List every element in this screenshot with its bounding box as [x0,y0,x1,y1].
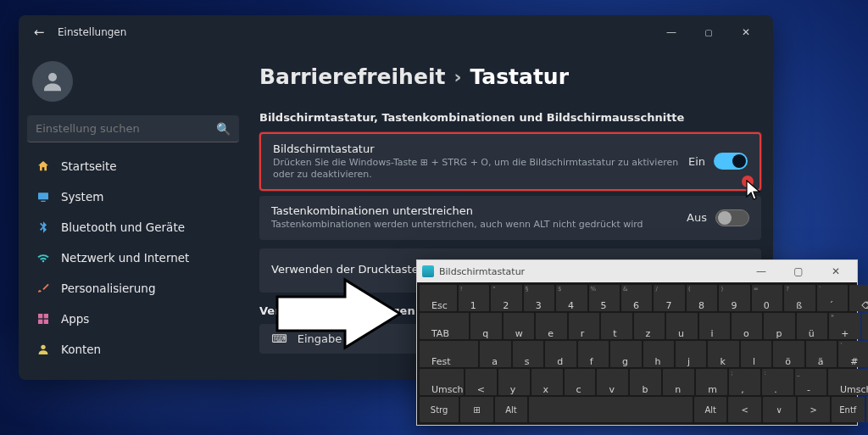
osk-key[interactable]: s [513,341,543,367]
search-input[interactable] [36,122,216,135]
setting-underline-shortcuts[interactable]: Tastenkombinationen unterstreichen Taste… [259,196,761,240]
osk-key[interactable]: k [708,341,738,367]
svg-point-7 [41,345,45,349]
sidebar-item-startseite[interactable]: Startseite [27,151,239,181]
osk-key[interactable]: ?ß [784,285,815,311]
osk-key[interactable]: ⊞ [460,397,493,422]
osk-key[interactable]: Alt [694,397,727,422]
osk-minimize-button[interactable]: — [745,260,777,282]
osk-key[interactable]: TAB [420,313,469,339]
sidebar-item-netzwerk-und-internet[interactable]: Netzwerk und Internet [27,243,239,273]
setting-onscreen-keyboard[interactable]: Bildschirmtastatur Drücken Sie die Windo… [259,132,761,191]
osk-key[interactable]: ö [773,341,804,367]
osk-key[interactable]: ;, [729,369,760,395]
osk-key[interactable]: a [480,341,510,367]
svg-rect-6 [44,320,48,324]
osk-key[interactable]: "2 [491,285,521,311]
osk-key[interactable]: o [732,313,762,339]
osk-key[interactable]: w [504,313,534,339]
osk-key[interactable]: *+ [829,313,860,339]
osk-key[interactable]: Esc [420,285,457,311]
search-box[interactable]: 🔍 [27,115,239,142]
osk-key[interactable]: m [696,369,727,395]
osk-key[interactable]: Umsch [828,369,868,395]
window-controls: — ▢ ✕ [653,15,765,49]
osk-key[interactable]: ∨ [763,397,796,422]
osk-key[interactable]: =0 [752,285,782,311]
osk-key[interactable]: x [531,369,563,395]
osk-key[interactable]: h [643,341,674,367]
osk-close-button[interactable]: ✕ [820,260,852,282]
osk-key[interactable]: (8 [687,285,717,311]
sidebar-item-label: Apps [61,312,89,326]
osk-key[interactable]: _- [795,369,826,395]
osk-key[interactable]: )9 [719,285,749,311]
osk-key[interactable]: g [610,341,641,367]
osk-key[interactable]: Eingabe [862,313,868,339]
osk-key[interactable]: :. [762,369,793,395]
sidebar-item-konten[interactable]: Konten [27,334,239,365]
sidebar-item-bluetooth-und-geräte[interactable]: Bluetooth und Geräte [27,212,239,243]
toggle-onscreen-keyboard[interactable] [714,153,748,170]
osk-key[interactable]: ⌫ [849,285,868,311]
sidebar-item-personalisierung[interactable]: Personalisierung [27,273,239,304]
osk-key[interactable]: c [565,369,596,395]
related-item-label: Eingabe [298,332,342,345]
osk-key[interactable]: t [601,313,632,339]
sidebar-item-apps[interactable]: Apps [27,304,239,334]
osk-key[interactable]: q [470,313,501,339]
breadcrumb-current: Tastatur [470,64,568,89]
osk-key[interactable]: u [666,313,697,339]
osk-maximize-button[interactable]: ▢ [782,260,815,282]
osk-key[interactable]: n [663,369,694,395]
sidebar-item-system[interactable]: System [27,181,239,212]
osk-key[interactable]: p [764,313,794,339]
osk-key[interactable]: > [798,397,831,422]
osk-key[interactable]: r [569,313,599,339]
osk-key[interactable]: j [676,341,706,367]
breadcrumb-parent[interactable]: Barrierefreiheit [259,64,445,89]
sidebar-item-label: Bluetooth und Geräte [61,220,185,234]
toggle-underline-shortcuts[interactable] [715,209,749,226]
osk-key[interactable]: $4 [556,285,587,311]
osk-key[interactable]: b [630,369,661,395]
osk-key[interactable]: f [578,341,609,367]
osk-key[interactable]: e [536,313,566,339]
close-button[interactable]: ✕ [727,15,765,49]
osk-key[interactable]: < [465,369,497,395]
osk-key[interactable]: &6 [621,285,652,311]
avatar[interactable] [32,61,73,102]
osk-key[interactable]: `´ [817,285,848,311]
osk-key[interactable]: /7 [654,285,684,311]
osk-key[interactable]: Fest [420,341,478,367]
osk-key[interactable]: Umsch [420,369,464,395]
svg-rect-1 [38,192,48,199]
back-button[interactable]: ← [27,25,51,40]
osk-key[interactable]: d [545,341,576,367]
osk-window: Bildschirmtastatur — ▢ ✕ Esc!1"2§3$4%5&6… [416,259,858,426]
osk-key[interactable]: !1 [459,285,489,311]
osk-key[interactable]: y [498,369,530,395]
bluetooth-icon [36,220,51,235]
osk-key[interactable]: l [741,341,771,367]
osk-key[interactable]: i [699,313,730,339]
minimize-button[interactable]: — [653,15,690,49]
osk-key[interactable]: < [728,397,761,422]
osk-key[interactable]: Strg [420,397,459,422]
system-icon [36,189,51,204]
osk-key[interactable]: z [634,313,665,339]
svg-rect-4 [44,314,48,318]
osk-key[interactable]: §3 [524,285,554,311]
sidebar-item-label: System [61,190,103,204]
osk-key[interactable]: ü [797,313,827,339]
wifi-icon [36,250,51,265]
osk-key[interactable] [529,397,693,422]
osk-key[interactable]: ä [806,341,837,367]
maximize-button[interactable]: ▢ [690,15,727,49]
osk-key[interactable]: '# [838,341,868,367]
osk-key[interactable]: Alt [495,397,528,422]
sidebar-item-label: Netzwerk und Internet [61,251,189,265]
osk-key[interactable]: %5 [589,285,620,311]
osk-key[interactable]: Entf [832,397,865,422]
osk-key[interactable]: v [597,369,628,395]
